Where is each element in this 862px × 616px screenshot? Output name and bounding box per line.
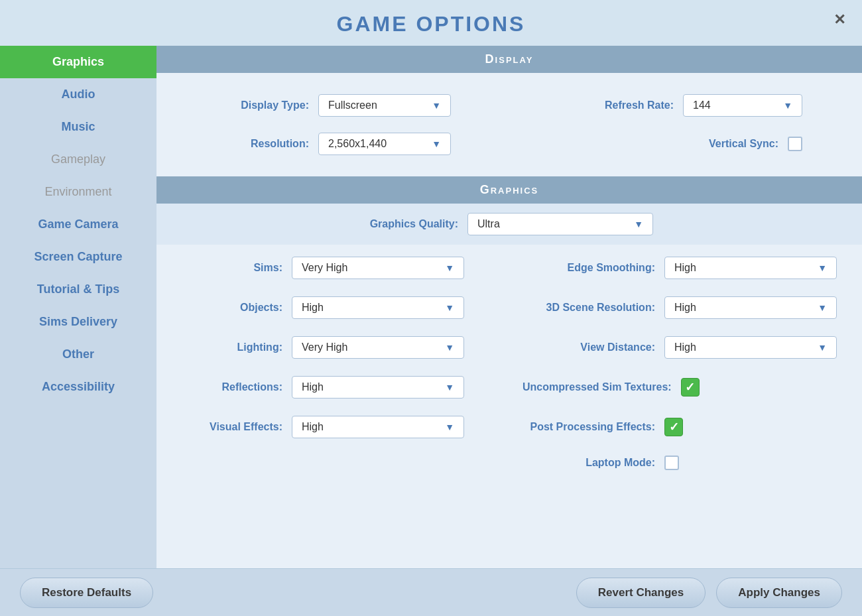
scene-resolution-label: 3D Scene Resolution: — [523, 302, 655, 314]
sims-arrow: ▼ — [445, 263, 454, 273]
title-bar: Game Options ✕ — [0, 0, 862, 46]
vertical-sync-checkbox[interactable] — [788, 137, 802, 151]
display-type-section: Display Type: Fullscreen ▼ — [216, 94, 451, 117]
visual-effects-label: Visual Effects: — [176, 421, 282, 433]
empty-row — [176, 450, 496, 475]
reflections-arrow: ▼ — [445, 382, 454, 393]
objects-arrow: ▼ — [445, 302, 454, 313]
view-distance-label: View Distance: — [523, 341, 655, 353]
sidebar-item-game-camera[interactable]: Game Camera — [0, 208, 156, 241]
sidebar-item-other[interactable]: Other — [0, 338, 156, 371]
sidebar-item-gameplay: Gameplay — [0, 143, 156, 176]
reflections-dropdown[interactable]: High ▼ — [292, 376, 464, 399]
revert-changes-button[interactable]: Revert Changes — [576, 578, 706, 608]
visual-effects-value: High — [302, 421, 324, 433]
main-content: Graphics Audio Music Gameplay Environmen… — [0, 46, 862, 568]
edge-smoothing-row: Edge Smoothing: High ▼ — [523, 251, 842, 284]
reflections-row: Reflections: High ▼ — [176, 371, 496, 404]
close-button[interactable]: ✕ — [830, 11, 849, 29]
graphics-quality-row: Graphics Quality: Ultra ▼ — [156, 204, 862, 245]
sidebar: Graphics Audio Music Gameplay Environmen… — [0, 46, 156, 568]
graphics-quality-arrow: ▼ — [634, 219, 643, 229]
objects-label: Objects: — [176, 302, 282, 314]
sidebar-item-tutorial[interactable]: Tutorial & Tips — [0, 273, 156, 306]
uncompressed-textures-row: Uncompressed Sim Textures: ✓ — [523, 371, 842, 404]
lighting-row: Lighting: Very High ▼ — [176, 331, 496, 364]
lighting-label: Lighting: — [176, 341, 282, 353]
view-distance-arrow: ▼ — [818, 342, 827, 353]
uncompressed-textures-label: Uncompressed Sim Textures: — [523, 381, 672, 393]
post-processing-row: Post Processing Effects: ✓ — [523, 410, 842, 444]
visual-effects-arrow: ▼ — [445, 422, 454, 432]
lighting-value: Very High — [302, 341, 347, 353]
lighting-dropdown[interactable]: Very High ▼ — [292, 336, 464, 359]
edge-smoothing-dropdown[interactable]: High ▼ — [664, 257, 837, 279]
edge-smoothing-label: Edge Smoothing: — [523, 262, 655, 274]
sims-row: Sims: Very High ▼ — [176, 251, 496, 284]
settings-grid: Sims: Very High ▼ Edge Smoothing: High ▼… — [156, 245, 862, 489]
reflections-label: Reflections: — [176, 381, 282, 393]
resolution-arrow: ▼ — [432, 139, 441, 149]
edge-smoothing-value: High — [674, 262, 696, 274]
game-options-window: Game Options ✕ Graphics Audio Music Game… — [0, 0, 862, 616]
reflections-value: High — [302, 381, 324, 393]
refresh-rate-value: 144 — [693, 99, 711, 111]
graphics-quality-value: Ultra — [477, 218, 500, 230]
refresh-rate-label: Refresh Rate: — [581, 99, 674, 111]
restore-defaults-button[interactable]: Restore Defaults — [20, 578, 153, 608]
display-section-header: Display — [156, 46, 862, 73]
view-distance-row: View Distance: High ▼ — [523, 331, 842, 364]
laptop-mode-row: Laptop Mode: — [523, 450, 842, 475]
vertical-sync-section: Vertical Sync: — [686, 137, 802, 151]
scene-resolution-row: 3D Scene Resolution: High ▼ — [523, 291, 842, 324]
sidebar-item-sims-delivery[interactable]: Sims Delivery — [0, 306, 156, 338]
scene-resolution-value: High — [674, 302, 696, 314]
objects-row: Objects: High ▼ — [176, 291, 496, 324]
display-type-arrow: ▼ — [432, 100, 441, 111]
lighting-arrow: ▼ — [445, 342, 454, 353]
scene-resolution-dropdown[interactable]: High ▼ — [664, 296, 837, 319]
laptop-mode-checkbox[interactable] — [664, 456, 679, 470]
apply-changes-button[interactable]: Apply Changes — [716, 578, 842, 608]
edge-smoothing-arrow: ▼ — [818, 263, 827, 273]
sidebar-item-graphics[interactable]: Graphics — [0, 46, 156, 78]
laptop-mode-label: Laptop Mode: — [523, 457, 655, 469]
content-area: Display Display Type: Fullscreen ▼ Refre… — [156, 46, 862, 568]
refresh-rate-arrow: ▼ — [783, 100, 792, 111]
view-distance-dropdown[interactable]: High ▼ — [664, 336, 837, 359]
post-processing-checkbox[interactable]: ✓ — [664, 418, 683, 436]
scene-resolution-arrow: ▼ — [818, 302, 827, 313]
display-type-label: Display Type: — [216, 99, 309, 111]
sidebar-item-audio[interactable]: Audio — [0, 78, 156, 111]
sidebar-item-accessibility[interactable]: Accessibility — [0, 371, 156, 403]
bottom-right-buttons: Revert Changes Apply Changes — [576, 578, 842, 608]
window-title: Game Options — [337, 12, 526, 36]
bottom-bar: Restore Defaults Revert Changes Apply Ch… — [0, 568, 862, 616]
refresh-rate-dropdown[interactable]: 144 ▼ — [683, 94, 802, 117]
sidebar-item-music[interactable]: Music — [0, 111, 156, 143]
visual-effects-row: Visual Effects: High ▼ — [176, 410, 496, 444]
display-type-dropdown[interactable]: Fullscreen ▼ — [318, 94, 451, 117]
resolution-value: 2,560x1,440 — [328, 138, 387, 150]
sidebar-item-environment: Environment — [0, 176, 156, 208]
post-processing-label: Post Processing Effects: — [523, 421, 655, 433]
display-type-value: Fullscreen — [328, 99, 377, 111]
vertical-sync-label: Vertical Sync: — [686, 138, 778, 150]
uncompressed-textures-checkbox[interactable]: ✓ — [681, 378, 700, 397]
resolution-dropdown[interactable]: 2,560x1,440 ▼ — [318, 133, 451, 155]
resolution-row: Resolution: 2,560x1,440 ▼ Vertical Sync: — [176, 125, 842, 163]
sims-dropdown[interactable]: Very High ▼ — [292, 257, 464, 279]
resolution-label: Resolution: — [216, 138, 309, 150]
visual-effects-dropdown[interactable]: High ▼ — [292, 416, 464, 438]
refresh-rate-section: Refresh Rate: 144 ▼ — [581, 94, 802, 117]
graphics-quality-label: Graphics Quality: — [365, 218, 458, 230]
sims-label: Sims: — [176, 262, 282, 274]
graphics-quality-dropdown[interactable]: Ultra ▼ — [467, 213, 653, 235]
objects-value: High — [302, 302, 324, 314]
graphics-section-header: Graphics — [156, 176, 862, 204]
sims-value: Very High — [302, 262, 347, 274]
display-section: Display Type: Fullscreen ▼ Refresh Rate:… — [156, 73, 862, 176]
display-type-row: Display Type: Fullscreen ▼ Refresh Rate:… — [176, 86, 842, 125]
sidebar-item-screen-capture[interactable]: Screen Capture — [0, 241, 156, 273]
objects-dropdown[interactable]: High ▼ — [292, 296, 464, 319]
